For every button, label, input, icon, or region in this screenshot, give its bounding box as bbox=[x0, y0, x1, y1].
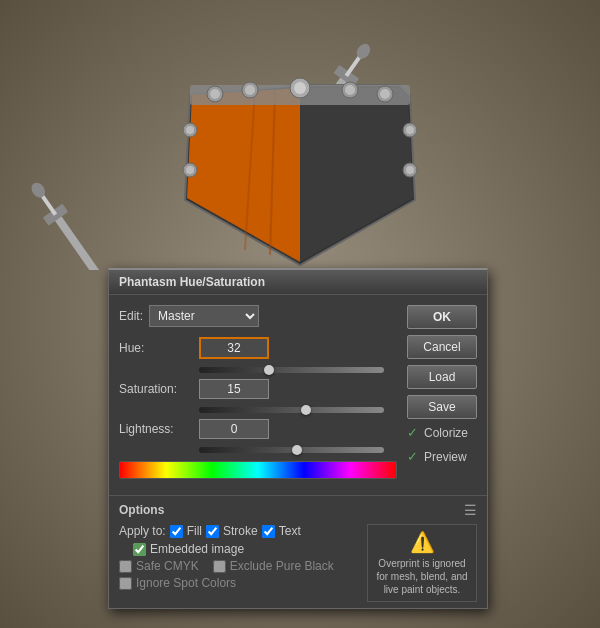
fill-checkbox[interactable] bbox=[170, 525, 183, 538]
svg-point-23 bbox=[186, 126, 194, 134]
lightness-slider-thumb[interactable] bbox=[292, 445, 302, 455]
lightness-row: Lightness: bbox=[119, 419, 397, 439]
ignore-spot-colors-label: Ignore Spot Colors bbox=[136, 576, 236, 590]
svg-point-25 bbox=[406, 126, 414, 134]
options-section: Options ☰ Apply to: Fill Stroke Text bbox=[109, 495, 487, 608]
preview-row: ✓ Preview bbox=[407, 449, 477, 464]
lightness-label: Lightness: bbox=[119, 422, 199, 436]
dialog-left-panel: Edit: Master Hue: Saturation: bbox=[119, 305, 397, 485]
hue-slider-track[interactable] bbox=[199, 367, 384, 373]
edit-row: Edit: Master bbox=[119, 305, 397, 327]
text-checkbox[interactable] bbox=[262, 525, 275, 538]
options-left-panel: Apply to: Fill Stroke Text Embedded imag… bbox=[119, 524, 357, 602]
stroke-checkbox[interactable] bbox=[206, 525, 219, 538]
saturation-slider-track[interactable] bbox=[199, 407, 384, 413]
apply-to-label: Apply to: bbox=[119, 524, 166, 538]
options-menu-icon[interactable]: ☰ bbox=[464, 502, 477, 518]
save-button[interactable]: Save bbox=[407, 395, 477, 419]
apply-to-row: Apply to: Fill Stroke Text bbox=[119, 524, 357, 538]
colorize-label: Colorize bbox=[424, 426, 468, 440]
preview-checkmark: ✓ bbox=[407, 449, 418, 464]
saturation-slider-row bbox=[119, 407, 397, 413]
safe-cmyk-checkbox[interactable] bbox=[119, 560, 132, 573]
dialog-phantasm: Phantasm Hue/Saturation Edit: Master Hue… bbox=[108, 268, 488, 609]
exclude-pure-black-checkbox[interactable] bbox=[213, 560, 226, 573]
svg-point-19 bbox=[345, 85, 355, 95]
exclude-pure-black-label: Exclude Pure Black bbox=[230, 559, 334, 573]
warning-icon: ⚠️ bbox=[410, 530, 435, 554]
safe-cmyk-row: Safe CMYK Exclude Pure Black bbox=[119, 559, 357, 573]
options-right-panel: ⚠️ Overprint is ignored for mesh, blend,… bbox=[367, 524, 477, 602]
warning-box: ⚠️ Overprint is ignored for mesh, blend,… bbox=[367, 524, 477, 602]
lightness-slider-row bbox=[119, 447, 397, 453]
lightness-slider-track[interactable] bbox=[199, 447, 384, 453]
dialog-right-panel: OK Cancel Load Save ✓ Colorize ✓ Preview bbox=[407, 305, 477, 485]
saturation-slider-thumb[interactable] bbox=[301, 405, 311, 415]
colorize-checkmark: ✓ bbox=[407, 425, 418, 440]
dialog-title[interactable]: Phantasm Hue/Saturation bbox=[109, 270, 487, 295]
edit-label: Edit: bbox=[119, 309, 143, 323]
hue-label: Hue: bbox=[119, 341, 199, 355]
svg-point-15 bbox=[245, 85, 255, 95]
ignore-spot-colors-row: Ignore Spot Colors bbox=[119, 576, 357, 590]
hue-input[interactable] bbox=[199, 337, 269, 359]
text-label: Text bbox=[279, 524, 301, 538]
svg-point-17 bbox=[294, 82, 306, 94]
options-header: Options ☰ bbox=[119, 502, 477, 518]
svg-rect-1 bbox=[52, 212, 162, 270]
embedded-image-label: Embedded image bbox=[150, 542, 244, 556]
saturation-label: Saturation: bbox=[119, 382, 199, 396]
edit-select[interactable]: Master bbox=[149, 305, 259, 327]
warning-text: Overprint is ignored for mesh, blend, an… bbox=[373, 557, 471, 596]
options-title: Options bbox=[119, 503, 164, 517]
svg-point-27 bbox=[186, 166, 194, 174]
lightness-input[interactable] bbox=[199, 419, 269, 439]
svg-point-29 bbox=[406, 166, 414, 174]
saturation-row: Saturation: bbox=[119, 379, 397, 399]
colorize-row: ✓ Colorize bbox=[407, 425, 477, 440]
options-body: Apply to: Fill Stroke Text Embedded imag… bbox=[119, 524, 477, 602]
hue-slider-row bbox=[119, 367, 397, 373]
stroke-label: Stroke bbox=[223, 524, 258, 538]
hue-slider-thumb[interactable] bbox=[264, 365, 274, 375]
color-gradient-bar bbox=[119, 461, 397, 479]
hue-row: Hue: bbox=[119, 337, 397, 359]
svg-point-21 bbox=[380, 89, 390, 99]
ignore-spot-colors-checkbox[interactable] bbox=[119, 577, 132, 590]
svg-point-13 bbox=[210, 89, 220, 99]
safe-cmyk-label: Safe CMYK bbox=[136, 559, 199, 573]
ok-button[interactable]: OK bbox=[407, 305, 477, 329]
cancel-button[interactable]: Cancel bbox=[407, 335, 477, 359]
fill-label: Fill bbox=[187, 524, 202, 538]
embedded-image-row: Embedded image bbox=[133, 542, 357, 556]
preview-label: Preview bbox=[424, 450, 467, 464]
saturation-input[interactable] bbox=[199, 379, 269, 399]
illustration-area bbox=[0, 0, 600, 270]
load-button[interactable]: Load bbox=[407, 365, 477, 389]
embedded-image-checkbox[interactable] bbox=[133, 543, 146, 556]
